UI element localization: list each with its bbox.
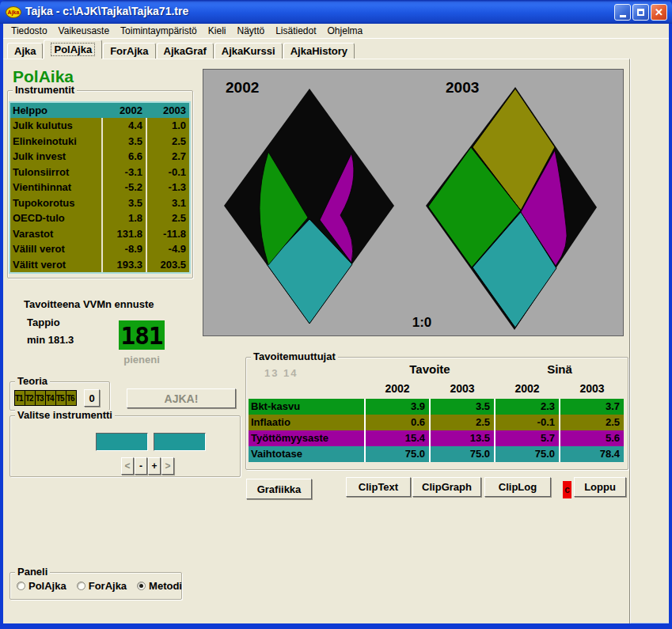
- menu-item-tiedosto[interactable]: Tiedosto: [6, 25, 53, 37]
- teoria-zero-button[interactable]: 0: [84, 389, 100, 407]
- instrument-value-2002: 3.5: [101, 134, 146, 150]
- ajka-button[interactable]: AJKA!: [127, 388, 236, 408]
- instrument-label: Välitt verot: [10, 257, 101, 273]
- target-row-ty-tt-myysaste: Työttömyysaste15.413.55.75.6: [249, 430, 624, 446]
- instrument-label: Vientihinnat: [10, 180, 101, 195]
- instrument-value-2003: -0.1: [146, 165, 189, 180]
- app-icon-label: Ajka: [8, 9, 20, 15]
- instrument-value-2003: 2.5: [146, 210, 189, 226]
- select-instrument-groupbox: Valitse instrumentti <-+>: [9, 415, 241, 477]
- target-label: Inflaatio: [249, 415, 364, 430]
- maximize-button[interactable]: [632, 4, 649, 21]
- tab-forajka[interactable]: ForAjka: [103, 43, 155, 59]
- radio-option-forajka[interactable]: ForAjka: [77, 580, 127, 592]
- clipgraph-button[interactable]: ClipGraph: [412, 477, 481, 497]
- teoria-cell-t1[interactable]: T1: [14, 390, 25, 406]
- loppu-button[interactable]: Loppu: [574, 477, 626, 497]
- instruments-header-row: Helppo20022003: [10, 103, 189, 118]
- title-bar[interactable]: Ajka Tajka - c:\AJK\Tajka\Tajka71.tre ✕: [0, 0, 672, 24]
- target-row-bkt-kasvu: Bkt-kasvu3.93.52.33.7: [249, 399, 624, 415]
- tab-polajka[interactable]: PolAjka: [44, 40, 102, 59]
- radio-label: PolAjka: [28, 580, 66, 592]
- target-value: -0.1: [495, 415, 559, 430]
- tab-label: Ajka: [14, 45, 36, 57]
- tab-ajkakurssi[interactable]: AjkaKurssi: [215, 43, 283, 59]
- targets-group-label: Tavoitemuuttujat: [251, 351, 338, 362]
- menu-item-vaikeusaste[interactable]: Vaikeusaste: [53, 25, 115, 37]
- radio-option-polajka[interactable]: PolAjka: [17, 580, 66, 592]
- step-right-button[interactable]: >: [161, 457, 174, 475]
- score-label: 1:0: [406, 315, 438, 331]
- tab-ajkahistory[interactable]: AjkaHistory: [283, 43, 355, 59]
- instrument-label: OECD-tulo: [10, 210, 101, 226]
- instrument-value-2002: -8.9: [101, 241, 146, 257]
- tab-page-polajka: PolAika Instrumentit Helppo20022003Julk …: [3, 59, 630, 623]
- tab-ajka[interactable]: Ajka: [7, 43, 43, 59]
- tab-label: AjkaHistory: [290, 45, 347, 57]
- menu-item-lis-tiedot[interactable]: Lisätiedot: [270, 25, 321, 37]
- instrument-row: Varastot131.8-11.8: [10, 226, 189, 242]
- decrement-button[interactable]: -: [135, 457, 147, 475]
- instrument-label: Tulonsiirrot: [10, 165, 101, 180]
- target-column-group: Tavoite: [366, 362, 494, 376]
- instrument-field-1[interactable]: [96, 433, 148, 451]
- instrument-row: Välill verot-8.9-4.9: [10, 241, 189, 257]
- teoria-cell-t6[interactable]: T6: [66, 390, 77, 406]
- loss-trend-label: pieneni: [116, 354, 168, 366]
- target-value: 5.6: [560, 430, 624, 446]
- target-value: 15.4: [366, 430, 429, 446]
- menu-item-toimintaymp-rist-[interactable]: Toimintaympäristö: [115, 25, 203, 37]
- radio-option-metodi[interactable]: Metodi: [137, 580, 182, 592]
- target-source-label: Tavoitteena VVMn ennuste: [24, 298, 154, 310]
- radio-button-forajka[interactable]: [77, 582, 85, 590]
- menu-item-kieli[interactable]: Kieli: [203, 25, 232, 37]
- teoria-cell-t3[interactable]: T3: [35, 390, 46, 406]
- target-value: 3.5: [431, 399, 494, 415]
- targets-year-header: 2002: [495, 382, 559, 395]
- radio-button-metodi[interactable]: [137, 582, 146, 590]
- teoria-cell-t4[interactable]: T4: [45, 390, 56, 406]
- menu-item-ohjelma[interactable]: Ohjelma: [322, 25, 369, 37]
- grafiikka-button[interactable]: Grafiikka: [246, 479, 312, 499]
- instrument-row: Tupokorotus3.53.1: [10, 195, 189, 211]
- instrument-label: Tupokorotus: [10, 195, 101, 211]
- instrument-value-2003: -4.9: [146, 241, 189, 257]
- instrument-row: Elinkeinotuki3.52.5: [10, 134, 189, 150]
- loss-label: Tappio: [27, 316, 60, 328]
- targets-column-groups: Tavoite Sinä: [366, 362, 625, 376]
- paneli-group-label: Paneli: [15, 566, 50, 578]
- tab-label: AjkaKurssi: [222, 45, 275, 57]
- instrument-row: Tulonsiirrot-3.1-0.1: [10, 165, 189, 180]
- cliptext-button[interactable]: ClipText: [346, 477, 411, 497]
- target-row-inflaatio: Inflaatio0.62.5-0.12.5: [249, 415, 624, 430]
- target-label: Bkt-kasvu: [249, 399, 364, 415]
- instrument-value-2002: 1.8: [101, 210, 146, 226]
- target-value: 3.9: [366, 399, 429, 415]
- menu-bar: TiedostoVaikeusasteToimintaympäristöKiel…: [3, 24, 669, 39]
- loss-value-display: 181: [119, 320, 165, 350]
- radio-label: ForAjka: [89, 580, 127, 592]
- diamond-chart: 2002 2003 1:0: [203, 69, 624, 336]
- cliplog-button[interactable]: ClipLog: [484, 477, 551, 497]
- step-left-button[interactable]: <: [121, 457, 134, 475]
- teoria-cell-t5[interactable]: T5: [55, 390, 66, 406]
- target-label: Vaihtotase: [249, 446, 364, 462]
- instruments-groupbox: Instrumentit Helppo20022003Julk kulutus4…: [7, 90, 193, 279]
- menu-item-n-ytt-[interactable]: Näyttö: [231, 25, 270, 37]
- teoria-cell-t2[interactable]: T2: [25, 390, 36, 406]
- minimize-button[interactable]: [614, 4, 631, 21]
- radio-button-polajka[interactable]: [17, 582, 25, 590]
- tab-ajkagraf[interactable]: AjkaGraf: [157, 43, 214, 59]
- instrument-field-2[interactable]: [154, 433, 206, 451]
- instruments-table: Helppo20022003Julk kulutus4.41.0Elinkein…: [9, 101, 191, 274]
- instrument-value-2003: 203.5: [146, 257, 189, 273]
- instrument-label: Julk kulutus: [10, 118, 101, 134]
- app-window: Ajka Tajka - c:\AJK\Tajka\Tajka71.tre ✕ …: [0, 0, 672, 629]
- target-value: 13.5: [431, 430, 494, 446]
- close-button[interactable]: ✕: [651, 4, 667, 21]
- increment-button[interactable]: +: [148, 457, 161, 475]
- teoria-group-label: Teoria: [15, 376, 50, 387]
- select-instrument-group-label: Valitse instrumentti: [15, 410, 115, 421]
- targets-year-headers: 2002200320022003: [366, 382, 625, 395]
- target-value: 2.5: [431, 415, 494, 430]
